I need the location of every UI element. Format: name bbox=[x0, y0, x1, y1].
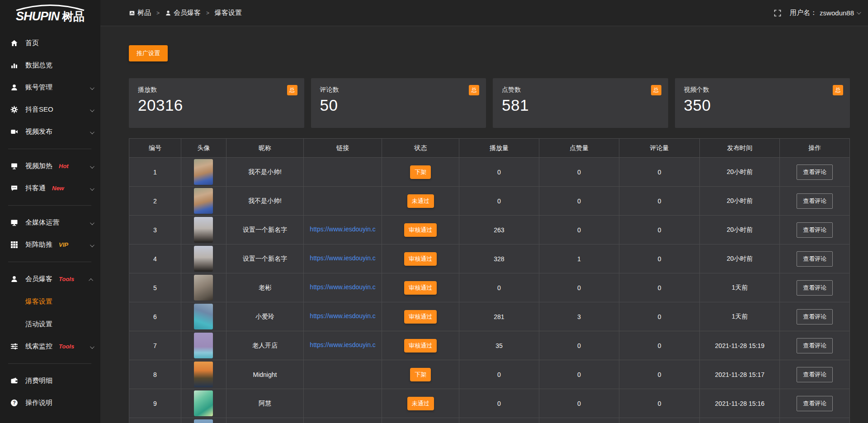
home-icon bbox=[10, 39, 18, 47]
sidebar-item-tag: Hot bbox=[59, 163, 69, 169]
video-link[interactable]: https://www.iesdouyin.c bbox=[310, 312, 376, 320]
plays-cell: 328 bbox=[459, 244, 539, 273]
sidebar-item-matrix-boost[interactable]: 矩阵助推VIP bbox=[0, 234, 100, 256]
view-comments-button[interactable]: 查看评论 bbox=[797, 338, 833, 353]
link-cell bbox=[303, 158, 382, 187]
fullscreen-icon[interactable] bbox=[774, 9, 782, 17]
sidebar-item-tag: New bbox=[52, 185, 64, 192]
plays-cell: 0 bbox=[459, 158, 539, 187]
likes-cell: 0 bbox=[539, 216, 619, 244]
promotion-settings-button[interactable]: 推广设置 bbox=[129, 45, 168, 61]
avatar-cell bbox=[181, 331, 226, 360]
view-comments-button[interactable]: 查看评论 bbox=[797, 193, 833, 209]
sidebar-item-label: 活动设置 bbox=[25, 320, 52, 329]
plays-cell bbox=[459, 418, 539, 423]
sidebar-item-clue-monitoring[interactable]: 线索监控Tools bbox=[0, 335, 100, 357]
chevron-up-icon bbox=[90, 275, 93, 283]
nickname-cell: 老人开店 bbox=[226, 331, 304, 360]
plays-cell: 263 bbox=[459, 216, 539, 244]
app-root: SHUPIN 树品 首页数据总览账号管理抖音SEO视频发布视频加热Hot抖客通N… bbox=[0, 0, 868, 423]
gear-icon bbox=[10, 106, 18, 113]
avatar-cell bbox=[181, 302, 226, 331]
plays-cell: 0 bbox=[459, 273, 539, 302]
sidebar-item-label: 账号管理 bbox=[25, 83, 52, 92]
sidebar-item-video-publish[interactable]: 视频发布 bbox=[0, 121, 100, 143]
status-cell: 未通过 bbox=[382, 389, 459, 418]
avatar bbox=[194, 159, 213, 185]
sidebar-item-consumption-details[interactable]: 消费明细 bbox=[0, 370, 100, 392]
status-cell: 审核通过 bbox=[382, 273, 459, 302]
breadcrumb-label: 会员爆客 bbox=[174, 9, 201, 17]
view-comments-button[interactable]: 查看评论 bbox=[797, 396, 833, 411]
sidebar: SHUPIN 树品 首页数据总览账号管理抖音SEO视频发布视频加热Hot抖客通N… bbox=[0, 0, 100, 423]
view-comments-button[interactable]: 查看评论 bbox=[797, 280, 833, 296]
comments-cell: 0 bbox=[619, 273, 700, 302]
table-row: 5老彬https://www.iesdouyin.c审核通过0001天前查看评论 bbox=[129, 273, 850, 302]
sidebar-item-account-management[interactable]: 账号管理 bbox=[0, 76, 100, 99]
row-id-cell bbox=[129, 418, 181, 423]
row-id-cell: 4 bbox=[129, 244, 181, 273]
chevron-down-icon bbox=[90, 241, 93, 249]
wallet-icon bbox=[10, 377, 18, 385]
video-link[interactable]: https://www.iesdouyin.c bbox=[310, 283, 376, 291]
sidebar-item-video-heating[interactable]: 视频加热Hot bbox=[0, 155, 100, 177]
view-comments-button[interactable]: 查看评论 bbox=[797, 251, 833, 267]
user-icon bbox=[10, 84, 18, 92]
username-label: 用户名： bbox=[790, 9, 817, 17]
link-cell bbox=[303, 187, 382, 216]
breadcrumb-item-member-baoke[interactable]: 会员爆客 bbox=[165, 9, 201, 17]
sidebar-item-all-media-operation[interactable]: 全媒体运营 bbox=[0, 212, 100, 234]
sidebar-item-home[interactable]: 首页 bbox=[0, 32, 100, 54]
status-badge: 审核通过 bbox=[404, 339, 437, 352]
video-link[interactable]: https://www.iesdouyin.c bbox=[310, 226, 376, 233]
video-icon bbox=[10, 128, 18, 136]
view-comments-button[interactable]: 查看评论 bbox=[797, 164, 833, 180]
link-cell bbox=[303, 418, 382, 423]
status-badge: 下架 bbox=[410, 165, 431, 179]
sidebar-item-label: 视频发布 bbox=[25, 127, 52, 136]
view-comments-button[interactable]: 查看评论 bbox=[797, 222, 833, 238]
user-menu[interactable]: 用户名： zswodun88 bbox=[790, 9, 860, 17]
avatar bbox=[194, 188, 213, 214]
status-cell: 审核通过 bbox=[382, 216, 459, 244]
sidebar-divider bbox=[8, 363, 91, 364]
likes-cell: 3 bbox=[539, 302, 619, 331]
avatar bbox=[194, 304, 213, 329]
status-badge: 审核通过 bbox=[404, 223, 437, 237]
avatar bbox=[194, 390, 213, 416]
grid-icon bbox=[10, 241, 18, 249]
stat-card-plays: 播放数 20316 总 bbox=[129, 78, 304, 128]
column-header: 链接 bbox=[303, 139, 382, 158]
view-comments-button[interactable]: 查看评论 bbox=[797, 309, 833, 324]
column-header: 状态 bbox=[382, 139, 459, 158]
help-icon: ? bbox=[10, 399, 18, 407]
view-comments-button[interactable]: 查看评论 bbox=[797, 367, 833, 382]
sidebar-item-douketong[interactable]: 抖客通New bbox=[0, 177, 100, 199]
row-id-cell: 2 bbox=[129, 187, 181, 216]
avatar-cell bbox=[181, 244, 226, 273]
sidebar-item-baoke-settings[interactable]: 爆客设置 bbox=[0, 290, 100, 313]
home-icon bbox=[10, 39, 18, 47]
breadcrumb-item-shupin[interactable]: 树品 bbox=[129, 9, 151, 17]
row-id-cell: 9 bbox=[129, 389, 181, 418]
sidebar-item-activity-settings[interactable]: 活动设置 bbox=[0, 313, 100, 335]
video-link[interactable]: https://www.iesdouyin.c bbox=[310, 341, 376, 348]
sidebar-item-tag: Tools bbox=[59, 276, 74, 282]
sidebar-item-label: 消费明细 bbox=[25, 376, 52, 385]
sidebar-item-label: 爆客设置 bbox=[25, 297, 52, 306]
action-cell: 查看评论 bbox=[780, 302, 850, 331]
sidebar-item-douyin-seo[interactable]: 抖音SEO bbox=[0, 99, 100, 121]
sidebar-item-data-overview[interactable]: 数据总览 bbox=[0, 54, 100, 76]
link-cell: https://www.iesdouyin.c bbox=[303, 216, 382, 244]
sidebar-item-member-baoke[interactable]: 会员爆客Tools bbox=[0, 268, 100, 290]
breadcrumb-item-baoke-settings[interactable]: 爆客设置 bbox=[215, 9, 242, 17]
nickname-cell bbox=[226, 418, 304, 423]
status-cell: 下架 bbox=[382, 158, 459, 187]
status-cell: 下架 bbox=[382, 360, 459, 389]
video-link[interactable]: https://www.iesdouyin.c bbox=[310, 254, 376, 262]
likes-cell: 0 bbox=[539, 360, 619, 389]
logo-text-en: SHUPIN bbox=[16, 9, 59, 24]
sidebar-item-operation-guide[interactable]: ?操作说明 bbox=[0, 392, 100, 414]
chat-icon bbox=[10, 184, 18, 193]
column-header: 编号 bbox=[129, 139, 181, 158]
